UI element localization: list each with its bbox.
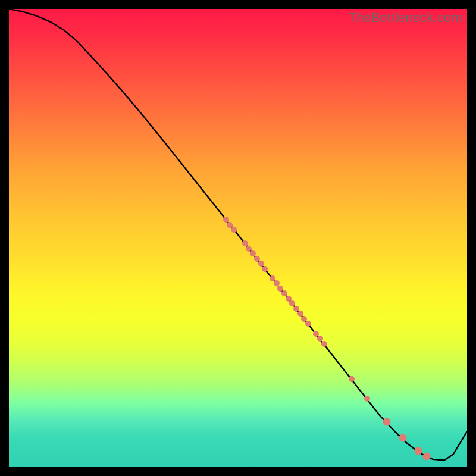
scatter-dot: [231, 227, 237, 233]
chart-plot-area: TheBottleneck.com: [9, 9, 467, 467]
chart-frame: TheBottleneck.com: [0, 0, 476, 476]
scatter-dot: [364, 396, 370, 402]
scatter-dot: [415, 447, 422, 455]
scatter-dot: [262, 266, 268, 272]
scatter-dot: [321, 341, 327, 347]
scatter-dot: [349, 376, 355, 382]
bottleneck-curve: [9, 9, 467, 467]
scatter-dot: [399, 434, 407, 442]
scatter-dot: [305, 321, 311, 327]
curve-path: [9, 9, 467, 460]
scatter-dot: [383, 418, 391, 425]
scatter-dot: [423, 452, 431, 460]
